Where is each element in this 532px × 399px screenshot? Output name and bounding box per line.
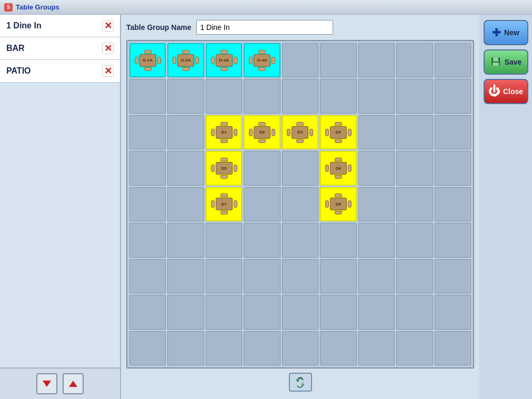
grid-cell-5-3[interactable]	[244, 223, 280, 257]
grid-cell-3-7[interactable]	[396, 151, 433, 185]
grid-cell-4-7[interactable]	[396, 187, 433, 221]
grid-cell-6-7[interactable]	[396, 259, 433, 293]
grid-cell-3-4[interactable]	[282, 151, 318, 185]
grid-cell-6-3[interactable]	[244, 259, 280, 293]
grid-cell-8-8[interactable]	[435, 331, 471, 365]
grid-cell-6-0[interactable]	[129, 259, 166, 293]
grid-cell-7-7[interactable]	[396, 295, 433, 329]
grid-cell-4-1[interactable]	[167, 187, 204, 221]
grid-cell-8-0[interactable]	[129, 331, 166, 365]
grid-cell-1-1[interactable]	[167, 79, 204, 113]
grid-cell-0-5[interactable]	[320, 43, 356, 77]
grid-cell-8-7[interactable]	[396, 331, 433, 365]
grid-cell-6-6[interactable]	[358, 259, 395, 293]
grid-cell-3-3[interactable]	[244, 151, 280, 185]
grid-cell-4-3[interactable]	[244, 187, 280, 221]
grid-cell-5-7[interactable]	[396, 223, 433, 257]
grid-cell-2-8[interactable]	[435, 115, 471, 149]
grid-cell-0-7[interactable]	[396, 43, 433, 77]
grid-cell-6-4[interactable]	[282, 259, 318, 293]
grid-cell-0-0[interactable]: D-1A	[129, 43, 166, 77]
grid-cell-5-1[interactable]	[167, 223, 204, 257]
grid-cell-3-2[interactable]: D5	[206, 151, 242, 185]
grid-cell-5-4[interactable]	[282, 223, 318, 257]
grid-cell-0-6[interactable]	[358, 43, 395, 77]
grid-cell-1-3[interactable]	[244, 79, 280, 113]
grid-cell-2-4[interactable]: D3	[282, 115, 318, 149]
grid-cell-5-0[interactable]	[129, 223, 166, 257]
grid-cell-1-0[interactable]	[129, 79, 166, 113]
grid-cell-7-8[interactable]	[435, 295, 471, 329]
grid-cell-4-4[interactable]	[282, 187, 318, 221]
grid-cell-4-6[interactable]	[358, 187, 395, 221]
grid-cell-0-1[interactable]: D-2A	[167, 43, 204, 77]
grid-cell-2-6[interactable]	[358, 115, 395, 149]
grid-cell-5-6[interactable]	[358, 223, 395, 257]
group-name-input[interactable]	[196, 20, 333, 35]
grid-cell-4-5[interactable]: D8	[320, 187, 356, 221]
save-button[interactable]: Save	[484, 49, 528, 75]
up-arrow-button[interactable]	[63, 373, 84, 394]
table-right-seat	[234, 57, 237, 64]
grid-cell-3-5[interactable]: D6	[320, 151, 356, 185]
grid-cell-3-0[interactable]	[129, 151, 166, 185]
delete-item-button-patio[interactable]: ✕	[102, 65, 114, 77]
grid-cell-1-2[interactable]	[206, 79, 242, 113]
grid-cell-1-5[interactable]	[320, 79, 356, 113]
sidebar-item-bar[interactable]: BAR✕	[0, 37, 120, 60]
table-icon: D-3A	[211, 50, 237, 71]
grid-cell-0-4[interactable]	[282, 43, 318, 77]
grid-cell-6-5[interactable]	[320, 259, 356, 293]
grid-cell-1-7[interactable]	[396, 79, 433, 113]
grid-cell-7-3[interactable]	[244, 295, 280, 329]
grid-cell-2-0[interactable]	[129, 115, 166, 149]
sidebar-item-1-dine-in[interactable]: 1 Dine In✕	[0, 15, 120, 37]
grid-cell-4-2[interactable]: D7	[206, 187, 242, 221]
grid-cell-6-2[interactable]	[206, 259, 242, 293]
grid-cell-8-3[interactable]	[244, 331, 280, 365]
grid-cell-1-8[interactable]	[435, 79, 471, 113]
close-button[interactable]: ⏻ Close	[484, 79, 528, 104]
grid-cell-7-1[interactable]	[167, 295, 204, 329]
grid-cell-5-2[interactable]	[206, 223, 242, 257]
grid-cell-2-1[interactable]	[167, 115, 204, 149]
grid-cell-7-4[interactable]	[282, 295, 318, 329]
grid-cell-8-5[interactable]	[320, 331, 356, 365]
down-arrow-button[interactable]	[36, 373, 57, 394]
recycle-button[interactable]	[289, 373, 312, 392]
table-top-seat	[258, 122, 266, 126]
grid-cell-2-5[interactable]: D4	[320, 115, 356, 149]
grid-cell-5-8[interactable]	[435, 223, 471, 257]
grid-cell-6-1[interactable]	[167, 259, 204, 293]
grid-cell-7-2[interactable]	[206, 295, 242, 329]
grid-cell-4-8[interactable]	[435, 187, 471, 221]
grid-cell-0-8[interactable]	[435, 43, 471, 77]
grid-cell-0-3[interactable]: D-4A	[244, 43, 280, 77]
grid-cell-0-2[interactable]: D-3A	[206, 43, 242, 77]
delete-item-button-bar[interactable]: ✕	[102, 43, 114, 54]
grid-cell-2-2[interactable]: D1	[206, 115, 242, 149]
table-top-seat	[220, 158, 228, 161]
grid-cell-7-6[interactable]	[358, 295, 395, 329]
grid-cell-8-6[interactable]	[358, 331, 395, 365]
grid-cell-8-1[interactable]	[167, 331, 204, 365]
grid-cell-1-4[interactable]	[282, 79, 318, 113]
grid-cell-1-6[interactable]	[358, 79, 395, 113]
table-bottom-seat	[335, 175, 342, 179]
grid-cell-8-4[interactable]	[282, 331, 318, 365]
new-button[interactable]: ✚ New	[484, 20, 528, 45]
grid-cell-3-6[interactable]	[358, 151, 395, 185]
grid-cell-8-2[interactable]	[206, 331, 242, 365]
delete-item-button-1-dine-in[interactable]: ✕	[102, 20, 114, 32]
grid-cell-6-8[interactable]	[435, 259, 471, 293]
grid-cell-2-7[interactable]	[396, 115, 433, 149]
grid-cell-5-5[interactable]	[320, 223, 356, 257]
grid-cell-7-5[interactable]	[320, 295, 356, 329]
grid-cell-4-0[interactable]	[129, 187, 166, 221]
sidebar-item-patio[interactable]: PATIO✕	[0, 60, 120, 83]
grid-cell-2-3[interactable]: D2	[244, 115, 280, 149]
grid-cell-3-1[interactable]	[167, 151, 204, 185]
table-body: D-3A	[216, 54, 233, 67]
grid-cell-3-8[interactable]	[435, 151, 471, 185]
grid-cell-7-0[interactable]	[129, 295, 166, 329]
